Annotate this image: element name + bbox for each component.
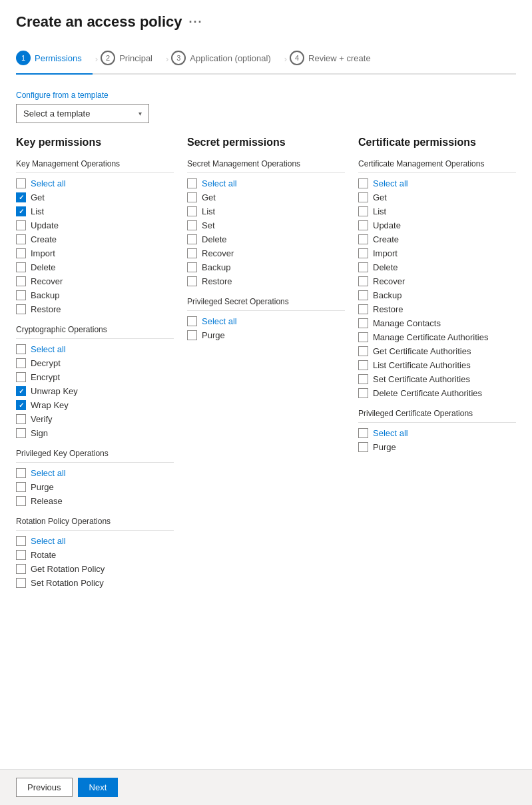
key-import-checkbox[interactable]	[16, 248, 26, 258]
rotation-get-policy[interactable]: Get Rotation Policy	[16, 564, 174, 574]
secret-backup-checkbox[interactable]	[187, 262, 197, 272]
wizard-step-review[interactable]: 4 Review + create	[290, 44, 382, 73]
cert-set-ca[interactable]: Set Certificate Authorities	[358, 374, 516, 384]
key-recover[interactable]: Recover	[16, 276, 174, 286]
cert-get-ca[interactable]: Get Certificate Authorities	[358, 346, 516, 356]
cert-select-all-checkbox[interactable]	[358, 178, 368, 188]
secret-backup[interactable]: Backup	[187, 262, 345, 272]
cert-get[interactable]: Get	[358, 192, 516, 202]
cert-backup-checkbox[interactable]	[358, 290, 368, 300]
secret-restore[interactable]: Restore	[187, 276, 345, 286]
priv-key-purge[interactable]: Purge	[16, 482, 174, 492]
wizard-step-permissions[interactable]: 1 Permissions	[16, 44, 93, 75]
cert-update[interactable]: Update	[358, 220, 516, 230]
crypto-unwrap-checkbox[interactable]	[16, 386, 26, 396]
priv-key-select-all-checkbox[interactable]	[16, 468, 26, 478]
cert-recover-checkbox[interactable]	[358, 276, 368, 286]
wizard-step-principal[interactable]: 2 Principal	[101, 44, 163, 73]
priv-cert-purge-checkbox[interactable]	[358, 442, 368, 452]
crypto-wrap-key[interactable]: Wrap Key	[16, 400, 174, 410]
secret-select-all-checkbox[interactable]	[187, 178, 197, 188]
key-delete-checkbox[interactable]	[16, 262, 26, 272]
crypto-wrap-checkbox[interactable]	[16, 400, 26, 410]
key-select-all-checkbox[interactable]	[16, 178, 26, 188]
secret-set[interactable]: Set	[187, 220, 345, 230]
key-import[interactable]: Import	[16, 248, 174, 258]
crypto-unwrap-key[interactable]: Unwrap Key	[16, 386, 174, 396]
secret-restore-checkbox[interactable]	[187, 276, 197, 286]
cert-delete-ca-checkbox[interactable]	[358, 388, 368, 398]
crypto-sign[interactable]: Sign	[16, 428, 174, 438]
key-backup-checkbox[interactable]	[16, 290, 26, 300]
priv-secret-purge-checkbox[interactable]	[187, 330, 197, 340]
priv-secret-select-all-checkbox[interactable]	[187, 316, 197, 326]
priv-key-purge-checkbox[interactable]	[16, 482, 26, 492]
crypto-select-all[interactable]: Select all	[16, 344, 174, 354]
rotation-select-all[interactable]: Select all	[16, 536, 174, 546]
priv-secret-select-all[interactable]: Select all	[187, 316, 345, 326]
priv-cert-purge[interactable]: Purge	[358, 442, 516, 452]
cert-manage-ca-checkbox[interactable]	[358, 332, 368, 342]
secret-recover-checkbox[interactable]	[187, 248, 197, 258]
key-restore[interactable]: Restore	[16, 304, 174, 314]
cert-update-checkbox[interactable]	[358, 220, 368, 230]
crypto-encrypt-checkbox[interactable]	[16, 372, 26, 382]
key-update-checkbox[interactable]	[16, 220, 26, 230]
rotation-set-policy-checkbox[interactable]	[16, 578, 26, 588]
rotation-get-policy-checkbox[interactable]	[16, 564, 26, 574]
secret-get[interactable]: Get	[187, 192, 345, 202]
priv-secret-purge[interactable]: Purge	[187, 330, 345, 340]
cert-restore-checkbox[interactable]	[358, 304, 368, 314]
cert-import-checkbox[interactable]	[358, 248, 368, 258]
priv-key-select-all[interactable]: Select all	[16, 468, 174, 478]
cert-delete-checkbox[interactable]	[358, 262, 368, 272]
crypto-encrypt[interactable]: Encrypt	[16, 372, 174, 382]
cert-create[interactable]: Create	[358, 234, 516, 244]
rotation-rotate[interactable]: Rotate	[16, 550, 174, 560]
cert-delete-ca[interactable]: Delete Certificate Authorities	[358, 388, 516, 398]
secret-get-checkbox[interactable]	[187, 192, 197, 202]
priv-cert-select-all-checkbox[interactable]	[358, 428, 368, 438]
key-select-all[interactable]: Select all	[16, 178, 174, 188]
secret-recover[interactable]: Recover	[187, 248, 345, 258]
secret-delete[interactable]: Delete	[187, 234, 345, 244]
cert-restore[interactable]: Restore	[358, 304, 516, 314]
key-recover-checkbox[interactable]	[16, 276, 26, 286]
key-list-checkbox[interactable]	[16, 206, 26, 216]
cert-delete[interactable]: Delete	[358, 262, 516, 272]
key-get[interactable]: Get	[16, 192, 174, 202]
cert-list-checkbox[interactable]	[358, 206, 368, 216]
secret-select-all[interactable]: Select all	[187, 178, 345, 188]
key-update[interactable]: Update	[16, 220, 174, 230]
priv-cert-select-all[interactable]: Select all	[358, 428, 516, 438]
crypto-sign-checkbox[interactable]	[16, 428, 26, 438]
cert-backup[interactable]: Backup	[358, 290, 516, 300]
template-dropdown[interactable]: Select a template ▾	[16, 104, 149, 123]
priv-key-release-checkbox[interactable]	[16, 496, 26, 506]
secret-set-checkbox[interactable]	[187, 220, 197, 230]
key-list[interactable]: List	[16, 206, 174, 216]
key-delete[interactable]: Delete	[16, 262, 174, 272]
cert-import[interactable]: Import	[358, 248, 516, 258]
cert-recover[interactable]: Recover	[358, 276, 516, 286]
key-backup[interactable]: Backup	[16, 290, 174, 300]
rotation-rotate-checkbox[interactable]	[16, 550, 26, 560]
cert-manage-ca[interactable]: Manage Certificate Authorities	[358, 332, 516, 342]
cert-create-checkbox[interactable]	[358, 234, 368, 244]
cert-list[interactable]: List	[358, 206, 516, 216]
secret-list-checkbox[interactable]	[187, 206, 197, 216]
crypto-verify[interactable]: Verify	[16, 414, 174, 424]
key-get-checkbox[interactable]	[16, 192, 26, 202]
cert-get-ca-checkbox[interactable]	[358, 346, 368, 356]
cert-manage-contacts-checkbox[interactable]	[358, 318, 368, 328]
priv-key-release[interactable]: Release	[16, 496, 174, 506]
cert-list-ca-checkbox[interactable]	[358, 360, 368, 370]
crypto-verify-checkbox[interactable]	[16, 414, 26, 424]
secret-delete-checkbox[interactable]	[187, 234, 197, 244]
wizard-step-application[interactable]: 3 Application (optional)	[171, 44, 281, 73]
crypto-decrypt-checkbox[interactable]	[16, 358, 26, 368]
rotation-select-all-checkbox[interactable]	[16, 536, 26, 546]
cert-select-all[interactable]: Select all	[358, 178, 516, 188]
cert-manage-contacts[interactable]: Manage Contacts	[358, 318, 516, 328]
key-create[interactable]: Create	[16, 234, 174, 244]
